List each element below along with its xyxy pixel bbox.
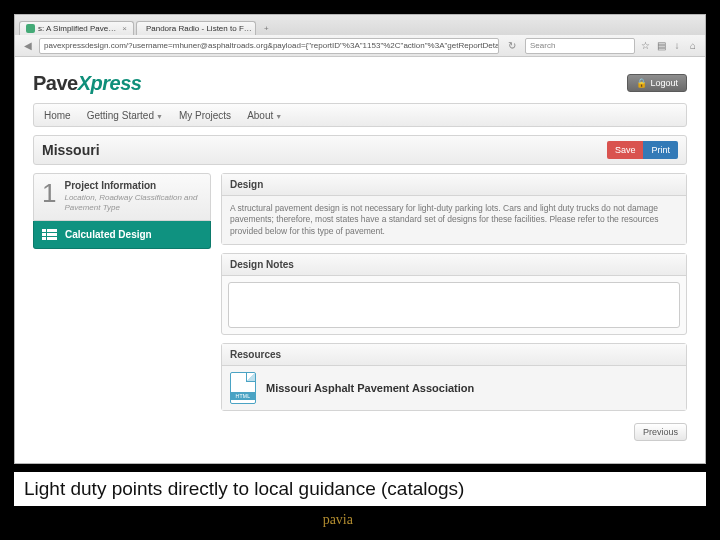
reload-icon[interactable]: ↻ (503, 39, 521, 53)
step-project-info[interactable]: 1 Project Information Location, Roadway … (33, 173, 211, 221)
browser-tab[interactable]: s: A Simplified Pave… × (19, 21, 134, 35)
save-button[interactable]: Save (607, 141, 644, 159)
slide: s: A Simplified Pave… × Pandora Radio - … (0, 0, 720, 540)
resources-header: Resources (222, 344, 686, 366)
main-columns: 1 Project Information Location, Roadway … (33, 173, 687, 441)
browser-window: s: A Simplified Pave… × Pandora Radio - … (14, 14, 706, 464)
logo-left: Pave (33, 72, 78, 94)
logo-right: Xpress (78, 72, 142, 94)
design-notes-panel: Design Notes (221, 253, 687, 335)
nav-home[interactable]: Home (44, 110, 71, 121)
home-icon[interactable]: ⌂ (687, 40, 699, 51)
file-type-label: HTML (231, 392, 255, 400)
slide-caption: Light duty points directly to local guid… (14, 472, 706, 506)
page-title: Missouri (42, 142, 100, 158)
browser-tabstrip: s: A Simplified Pave… × Pandora Radio - … (15, 15, 705, 35)
logo: PaveXpress (33, 72, 141, 95)
tab-label: s: A Simplified Pave… (38, 24, 116, 33)
print-button[interactable]: Print (643, 141, 678, 159)
step-number: 1 (42, 180, 56, 212)
back-icon[interactable]: ◀ (21, 39, 35, 53)
design-notes-textarea[interactable] (228, 282, 680, 328)
page-title-bar: Missouri Save Print (33, 135, 687, 165)
tab-label: Pandora Radio - Listen to F… (146, 24, 252, 33)
nav-getting-started[interactable]: Getting Started▼ (87, 110, 163, 121)
html-file-icon: HTML (230, 372, 256, 404)
nav-about[interactable]: About▼ (247, 110, 282, 121)
url-bar[interactable]: pavexpressdesign.com/?username=mhuner@as… (39, 38, 499, 54)
design-body: A structural pavement design is not nece… (222, 196, 686, 244)
nav-menu: Home Getting Started▼ My Projects About▼ (33, 103, 687, 127)
resources-panel: Resources HTML Missouri Asphalt Pavement… (221, 343, 687, 411)
resource-title: Missouri Asphalt Pavement Association (266, 382, 474, 394)
list-icon (42, 229, 57, 240)
design-header: Design (222, 174, 686, 196)
header-row: PaveXpress 🔒 Logout (33, 65, 687, 101)
step-title: Project Information (64, 180, 202, 191)
step-calculated-design[interactable]: Calculated Design (33, 221, 211, 249)
resource-item[interactable]: HTML Missouri Asphalt Pavement Associati… (222, 366, 686, 410)
logout-button[interactable]: 🔒 Logout (627, 74, 687, 92)
panel-icon[interactable]: ▤ (655, 40, 667, 51)
browser-toolbar: ◀ pavexpressdesign.com/?username=mhuner@… (15, 35, 705, 57)
close-icon[interactable]: × (122, 24, 127, 33)
footer-brand-b: systems (353, 512, 397, 527)
pager-row: Previous (221, 423, 687, 441)
bookmark-icon[interactable]: ☆ (639, 40, 651, 51)
design-notes-header: Design Notes (222, 254, 686, 276)
footer-brand-a: pavia (323, 512, 353, 527)
right-column: Design A structural pavement design is n… (221, 173, 687, 441)
chevron-down-icon: ▼ (275, 113, 282, 120)
nav-my-projects[interactable]: My Projects (179, 110, 231, 121)
favicon-icon (26, 24, 35, 33)
new-tab-button[interactable]: + (258, 22, 275, 35)
wizard-steps: 1 Project Information Location, Roadway … (33, 173, 211, 441)
download-icon[interactable]: ↓ (671, 40, 683, 51)
page-content: PaveXpress 🔒 Logout Home Getting Started… (15, 57, 705, 463)
design-panel: Design A structural pavement design is n… (221, 173, 687, 245)
calculated-label: Calculated Design (65, 229, 152, 240)
title-actions: Save Print (607, 141, 678, 159)
browser-tab[interactable]: Pandora Radio - Listen to F… × (136, 21, 256, 35)
slide-footer: paviasystems (14, 512, 706, 528)
step-subtitle: Location, Roadway Classification and Pav… (64, 193, 202, 212)
step-text: Project Information Location, Roadway Cl… (64, 180, 202, 212)
logout-label: Logout (650, 78, 678, 88)
search-input[interactable]: Search (525, 38, 635, 54)
chevron-down-icon: ▼ (156, 113, 163, 120)
lock-icon: 🔒 (636, 78, 647, 88)
previous-button[interactable]: Previous (634, 423, 687, 441)
